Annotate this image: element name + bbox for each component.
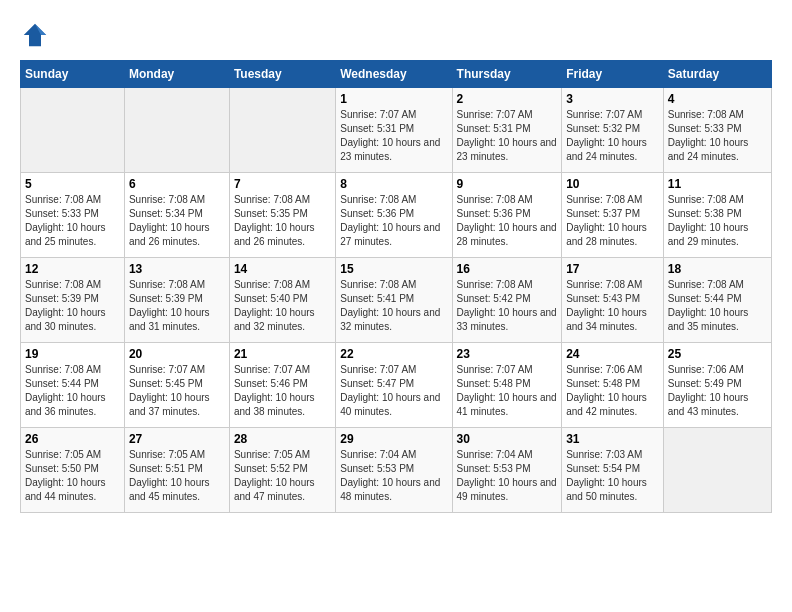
day-header-thursday: Thursday (452, 61, 562, 88)
day-info: Sunrise: 7:07 AMSunset: 5:31 PMDaylight:… (340, 108, 447, 164)
day-header-wednesday: Wednesday (336, 61, 452, 88)
calendar-cell: 29Sunrise: 7:04 AMSunset: 5:53 PMDayligh… (336, 428, 452, 513)
day-info: Sunrise: 7:08 AMSunset: 5:40 PMDaylight:… (234, 278, 331, 334)
day-number: 8 (340, 177, 447, 191)
day-number: 29 (340, 432, 447, 446)
calendar-cell: 28Sunrise: 7:05 AMSunset: 5:52 PMDayligh… (229, 428, 335, 513)
day-info: Sunrise: 7:04 AMSunset: 5:53 PMDaylight:… (457, 448, 558, 504)
calendar-cell (21, 88, 125, 173)
page-header (20, 20, 772, 50)
calendar-cell: 10Sunrise: 7:08 AMSunset: 5:37 PMDayligh… (562, 173, 664, 258)
day-info: Sunrise: 7:08 AMSunset: 5:33 PMDaylight:… (25, 193, 120, 249)
day-info: Sunrise: 7:08 AMSunset: 5:37 PMDaylight:… (566, 193, 659, 249)
calendar-week-row: 5Sunrise: 7:08 AMSunset: 5:33 PMDaylight… (21, 173, 772, 258)
day-number: 26 (25, 432, 120, 446)
calendar-cell: 15Sunrise: 7:08 AMSunset: 5:41 PMDayligh… (336, 258, 452, 343)
calendar-cell: 3Sunrise: 7:07 AMSunset: 5:32 PMDaylight… (562, 88, 664, 173)
day-info: Sunrise: 7:05 AMSunset: 5:51 PMDaylight:… (129, 448, 225, 504)
calendar-cell: 18Sunrise: 7:08 AMSunset: 5:44 PMDayligh… (663, 258, 771, 343)
calendar-cell (663, 428, 771, 513)
day-info: Sunrise: 7:08 AMSunset: 5:38 PMDaylight:… (668, 193, 767, 249)
day-number: 30 (457, 432, 558, 446)
calendar-cell: 31Sunrise: 7:03 AMSunset: 5:54 PMDayligh… (562, 428, 664, 513)
calendar-cell: 25Sunrise: 7:06 AMSunset: 5:49 PMDayligh… (663, 343, 771, 428)
day-header-saturday: Saturday (663, 61, 771, 88)
calendar-cell: 9Sunrise: 7:08 AMSunset: 5:36 PMDaylight… (452, 173, 562, 258)
calendar-cell: 4Sunrise: 7:08 AMSunset: 5:33 PMDaylight… (663, 88, 771, 173)
calendar-cell: 23Sunrise: 7:07 AMSunset: 5:48 PMDayligh… (452, 343, 562, 428)
day-number: 28 (234, 432, 331, 446)
day-number: 19 (25, 347, 120, 361)
day-info: Sunrise: 7:08 AMSunset: 5:33 PMDaylight:… (668, 108, 767, 164)
calendar-cell: 14Sunrise: 7:08 AMSunset: 5:40 PMDayligh… (229, 258, 335, 343)
day-number: 23 (457, 347, 558, 361)
calendar-cell: 19Sunrise: 7:08 AMSunset: 5:44 PMDayligh… (21, 343, 125, 428)
calendar-cell: 6Sunrise: 7:08 AMSunset: 5:34 PMDaylight… (124, 173, 229, 258)
calendar-cell: 21Sunrise: 7:07 AMSunset: 5:46 PMDayligh… (229, 343, 335, 428)
day-info: Sunrise: 7:04 AMSunset: 5:53 PMDaylight:… (340, 448, 447, 504)
day-info: Sunrise: 7:06 AMSunset: 5:48 PMDaylight:… (566, 363, 659, 419)
day-number: 12 (25, 262, 120, 276)
calendar-cell (124, 88, 229, 173)
logo (20, 20, 52, 50)
day-number: 7 (234, 177, 331, 191)
calendar-week-row: 1Sunrise: 7:07 AMSunset: 5:31 PMDaylight… (21, 88, 772, 173)
calendar-cell: 16Sunrise: 7:08 AMSunset: 5:42 PMDayligh… (452, 258, 562, 343)
day-info: Sunrise: 7:08 AMSunset: 5:42 PMDaylight:… (457, 278, 558, 334)
day-info: Sunrise: 7:08 AMSunset: 5:36 PMDaylight:… (340, 193, 447, 249)
calendar-cell: 26Sunrise: 7:05 AMSunset: 5:50 PMDayligh… (21, 428, 125, 513)
day-number: 6 (129, 177, 225, 191)
calendar-cell: 30Sunrise: 7:04 AMSunset: 5:53 PMDayligh… (452, 428, 562, 513)
calendar-cell: 8Sunrise: 7:08 AMSunset: 5:36 PMDaylight… (336, 173, 452, 258)
day-info: Sunrise: 7:08 AMSunset: 5:41 PMDaylight:… (340, 278, 447, 334)
day-info: Sunrise: 7:08 AMSunset: 5:39 PMDaylight:… (129, 278, 225, 334)
day-number: 27 (129, 432, 225, 446)
day-info: Sunrise: 7:08 AMSunset: 5:44 PMDaylight:… (25, 363, 120, 419)
day-number: 16 (457, 262, 558, 276)
day-info: Sunrise: 7:06 AMSunset: 5:49 PMDaylight:… (668, 363, 767, 419)
day-info: Sunrise: 7:07 AMSunset: 5:32 PMDaylight:… (566, 108, 659, 164)
calendar-cell: 27Sunrise: 7:05 AMSunset: 5:51 PMDayligh… (124, 428, 229, 513)
day-info: Sunrise: 7:08 AMSunset: 5:44 PMDaylight:… (668, 278, 767, 334)
day-number: 3 (566, 92, 659, 106)
calendar-cell: 20Sunrise: 7:07 AMSunset: 5:45 PMDayligh… (124, 343, 229, 428)
day-number: 21 (234, 347, 331, 361)
day-info: Sunrise: 7:08 AMSunset: 5:43 PMDaylight:… (566, 278, 659, 334)
calendar-week-row: 19Sunrise: 7:08 AMSunset: 5:44 PMDayligh… (21, 343, 772, 428)
calendar-week-row: 12Sunrise: 7:08 AMSunset: 5:39 PMDayligh… (21, 258, 772, 343)
calendar-cell: 12Sunrise: 7:08 AMSunset: 5:39 PMDayligh… (21, 258, 125, 343)
calendar-cell: 24Sunrise: 7:06 AMSunset: 5:48 PMDayligh… (562, 343, 664, 428)
calendar-cell (229, 88, 335, 173)
day-info: Sunrise: 7:07 AMSunset: 5:31 PMDaylight:… (457, 108, 558, 164)
day-number: 10 (566, 177, 659, 191)
calendar-cell: 11Sunrise: 7:08 AMSunset: 5:38 PMDayligh… (663, 173, 771, 258)
day-info: Sunrise: 7:08 AMSunset: 5:36 PMDaylight:… (457, 193, 558, 249)
calendar-cell: 5Sunrise: 7:08 AMSunset: 5:33 PMDaylight… (21, 173, 125, 258)
calendar-cell: 17Sunrise: 7:08 AMSunset: 5:43 PMDayligh… (562, 258, 664, 343)
calendar-cell: 13Sunrise: 7:08 AMSunset: 5:39 PMDayligh… (124, 258, 229, 343)
day-number: 15 (340, 262, 447, 276)
day-number: 13 (129, 262, 225, 276)
day-info: Sunrise: 7:07 AMSunset: 5:46 PMDaylight:… (234, 363, 331, 419)
calendar-cell: 1Sunrise: 7:07 AMSunset: 5:31 PMDaylight… (336, 88, 452, 173)
calendar-cell: 7Sunrise: 7:08 AMSunset: 5:35 PMDaylight… (229, 173, 335, 258)
day-header-monday: Monday (124, 61, 229, 88)
day-number: 22 (340, 347, 447, 361)
calendar-table: SundayMondayTuesdayWednesdayThursdayFrid… (20, 60, 772, 513)
day-number: 18 (668, 262, 767, 276)
day-number: 1 (340, 92, 447, 106)
day-number: 17 (566, 262, 659, 276)
day-info: Sunrise: 7:05 AMSunset: 5:50 PMDaylight:… (25, 448, 120, 504)
day-number: 2 (457, 92, 558, 106)
calendar-cell: 2Sunrise: 7:07 AMSunset: 5:31 PMDaylight… (452, 88, 562, 173)
day-info: Sunrise: 7:07 AMSunset: 5:47 PMDaylight:… (340, 363, 447, 419)
day-number: 25 (668, 347, 767, 361)
day-number: 9 (457, 177, 558, 191)
day-header-friday: Friday (562, 61, 664, 88)
day-header-sunday: Sunday (21, 61, 125, 88)
day-number: 24 (566, 347, 659, 361)
day-number: 20 (129, 347, 225, 361)
day-number: 5 (25, 177, 120, 191)
day-info: Sunrise: 7:07 AMSunset: 5:45 PMDaylight:… (129, 363, 225, 419)
calendar-header-row: SundayMondayTuesdayWednesdayThursdayFrid… (21, 61, 772, 88)
